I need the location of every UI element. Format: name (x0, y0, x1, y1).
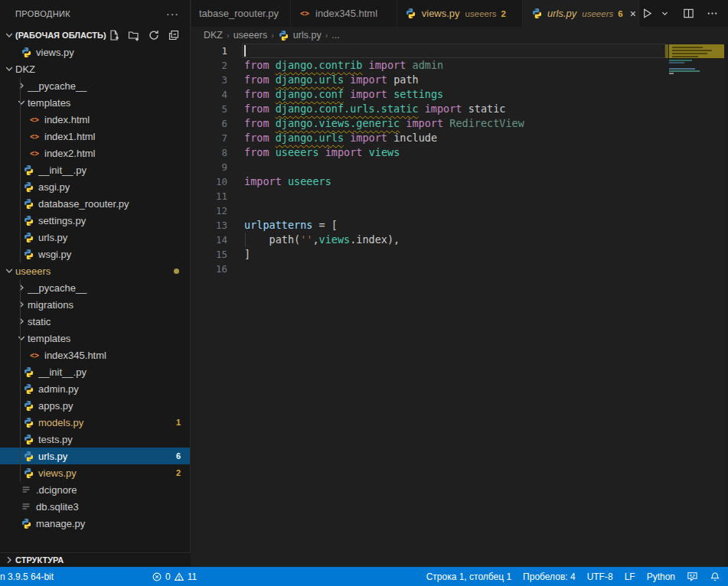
line-text (227, 262, 244, 276)
line-text: from django.views.generic import Redirec… (227, 116, 524, 131)
workspace-section-header[interactable]: (РАБОЧАЯ ОБЛАСТЬ) ... (0, 27, 190, 44)
tree-item-manage-py[interactable]: manage.py (0, 515, 190, 532)
explorer-more-actions-icon[interactable]: ··· (163, 8, 182, 20)
minimap[interactable] (669, 44, 724, 143)
python-icon (22, 399, 34, 412)
tree-item-asgi-py[interactable]: asgi.py (0, 178, 190, 195)
tree-item-templates[interactable]: templates (0, 330, 190, 347)
tree-item-migrations[interactable]: migrations (0, 296, 190, 313)
run-dropdown-chevron-icon[interactable] (658, 5, 671, 23)
python-icon (405, 8, 417, 20)
tree-item-useeers[interactable]: useeers (0, 262, 190, 279)
code-line-13: 13urlpatterns = [ (191, 218, 728, 233)
outline-section-header[interactable]: СТРУКТУРА (0, 552, 191, 567)
indentation-status[interactable]: Пробелов: 4 (523, 571, 576, 582)
tree-item-label: __pycache__ (28, 282, 190, 294)
tree-item--pycache-[interactable]: __pycache__ (0, 279, 190, 296)
breadcrumb-item--[interactable]: ... (331, 30, 339, 41)
tree-item-database-roouter-py[interactable]: database_roouter.py (0, 195, 190, 212)
tab-description: useeers (582, 9, 613, 18)
tree-item-label: tests.py (38, 434, 190, 445)
tree-item--pycache-[interactable]: __pycache__ (0, 77, 190, 94)
file-icon (20, 500, 32, 513)
tree-item-urls-py[interactable]: urls.py6 (0, 448, 190, 464)
html-icon: <> (28, 113, 41, 125)
tree-item-index2-html[interactable]: <>index2.html (0, 145, 190, 161)
tab-index345-html[interactable]: <>index345.html (291, 0, 397, 27)
breadcrumb-item-urls-py[interactable]: urls.py (278, 29, 322, 41)
tree-item--init-py[interactable]: __init__.py (0, 161, 190, 178)
tree-item--init-py[interactable]: __init__.py (0, 363, 190, 380)
encoding-status[interactable]: UTF-8 (587, 571, 613, 582)
tree-item-label: __pycache__ (28, 80, 190, 92)
collapse-all-icon[interactable] (167, 28, 181, 42)
tree-item-label: urls.py (38, 232, 190, 243)
tree-item-db-sqlite3[interactable]: db.sqlite3 (0, 498, 190, 515)
tree-item-index-html[interactable]: <>index.html (0, 111, 190, 128)
python-interpreter-status[interactable]: n 3.9.5 64-bit (0, 571, 54, 582)
tree-item-admin-py[interactable]: admin.py (0, 380, 190, 397)
line-text (227, 203, 244, 218)
python-icon (22, 366, 34, 378)
tree-item-views-py[interactable]: views.py2 (0, 464, 190, 481)
tree-item-settings-py[interactable]: settings.py (0, 212, 190, 229)
breadcrumb-item-useeers[interactable]: useeers (233, 30, 267, 41)
feedback-icon[interactable] (687, 571, 698, 582)
close-icon[interactable]: × (630, 7, 636, 21)
line-number: 8 (191, 145, 227, 160)
tree-item-models-py[interactable]: models.py1 (0, 414, 190, 431)
cursor-position-status[interactable]: Строка 1, столбец 1 (426, 571, 511, 582)
editor-group: tabase_roouter.py<>index345.htmlviews.py… (191, 0, 728, 567)
line-text: from django.urls import path (227, 73, 419, 87)
overview-ruler[interactable] (725, 44, 728, 567)
new-folder-icon[interactable] (127, 28, 141, 42)
line-text (227, 44, 244, 58)
tab-bar: tabase_roouter.py<>index345.htmlviews.py… (191, 0, 728, 27)
explorer-sidebar: ПРОВОДНИК ··· (РАБОЧАЯ ОБЛАСТЬ) ... view… (0, 0, 191, 567)
refresh-icon[interactable] (147, 28, 161, 42)
indent-guide (245, 233, 246, 247)
tree-item--dcignore[interactable]: .dcignore (0, 481, 190, 498)
html-icon: <> (299, 8, 311, 20)
editor-actions (639, 0, 728, 27)
tree-item-tests-py[interactable]: tests.py (0, 431, 190, 448)
tab-views-py[interactable]: views.pyuseeers2 (397, 0, 523, 27)
tree-item-label: index2.html (44, 148, 190, 159)
run-python-file-icon[interactable] (639, 5, 655, 23)
tree-item-views-py[interactable]: views.py (0, 44, 190, 60)
chevron-down-icon (15, 332, 28, 344)
tree-item-urls-py[interactable]: urls.py (0, 229, 190, 246)
tab-tabase-roouter-py[interactable]: tabase_roouter.py (191, 0, 291, 27)
tree-item-label: index1.html (44, 131, 190, 142)
python-icon (20, 517, 32, 529)
eol-status[interactable]: LF (625, 571, 635, 582)
tree-item-index1-html[interactable]: <>index1.html (0, 128, 190, 145)
line-text: from django.urls import include (227, 131, 437, 145)
tree-item-DKZ[interactable]: DKZ (0, 60, 190, 77)
tree-item-apps-py[interactable]: apps.py (0, 397, 190, 414)
new-file-icon[interactable] (107, 28, 121, 42)
tree-item-index345-html[interactable]: <>index345.html (0, 347, 190, 363)
line-number: 3 (191, 73, 227, 87)
tree-item-label: models.py (38, 417, 176, 428)
modified-dot-badge (174, 269, 179, 274)
breadcrumb-item-DKZ[interactable]: DKZ (204, 30, 223, 41)
language-mode-status[interactable]: Python (647, 571, 675, 582)
problem-count-badge: 6 (176, 451, 190, 461)
file-tree: views.pyDKZ__pycache__templates<>index.h… (0, 44, 190, 532)
breadcrumb-label: DKZ (204, 30, 223, 41)
code-line-9: 9 (191, 160, 728, 174)
tree-item-label: __init__.py (38, 366, 190, 378)
tree-item-templates[interactable]: templates (0, 94, 190, 111)
line-number: 9 (191, 160, 227, 174)
code-line-12: 12 (191, 203, 728, 218)
tree-item-static[interactable]: static (0, 313, 190, 330)
split-editor-icon[interactable] (681, 5, 697, 23)
notifications-bell-icon[interactable] (710, 571, 720, 582)
tree-item-wsgi-py[interactable]: wsgi.py (0, 246, 190, 262)
line-text (227, 189, 244, 203)
more-actions-icon[interactable] (704, 5, 720, 23)
problems-status[interactable]: 0 11 (152, 571, 197, 582)
tab-urls-py[interactable]: urls.pyuseeers6× (523, 0, 639, 27)
code-editor[interactable]: 12from django.contrib import admin3from … (191, 44, 728, 567)
